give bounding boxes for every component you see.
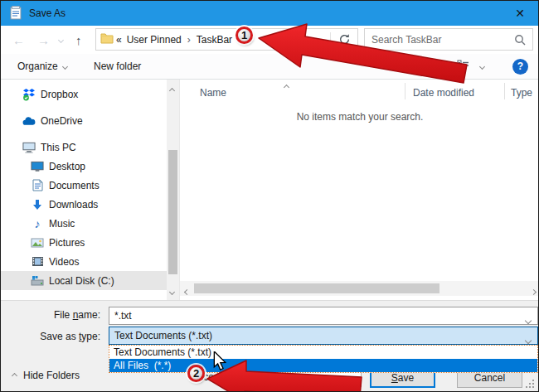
breadcrumb-item-user-pinned[interactable]: User Pinned bbox=[124, 34, 184, 46]
this-pc-icon bbox=[22, 141, 36, 154]
column-header-name[interactable]: Name bbox=[200, 84, 226, 102]
search-icon bbox=[514, 34, 526, 48]
scroll-down-icon[interactable] bbox=[170, 285, 174, 297]
dropdown-option-text-documents[interactable]: Text Documents (*.txt) bbox=[109, 346, 537, 359]
sidebar-item-this-pc[interactable]: This PC bbox=[1, 138, 167, 157]
dropdown-option-all-files[interactable]: All Files (*.*) bbox=[109, 359, 537, 372]
new-folder-button[interactable]: New folder bbox=[94, 54, 141, 79]
sidebar-item-label: Dropbox bbox=[41, 89, 78, 100]
sidebar-item-label: This PC bbox=[41, 142, 76, 153]
hide-folders-chevron-icon bbox=[12, 372, 17, 378]
recent-locations-chevron-icon[interactable] bbox=[59, 26, 63, 54]
downloads-icon bbox=[31, 198, 44, 211]
forward-icon[interactable]: → bbox=[37, 26, 50, 54]
close-button[interactable]: ✕ bbox=[502, 1, 538, 26]
sidebar-item-videos[interactable]: Videos bbox=[1, 252, 167, 271]
local-disk-icon bbox=[31, 274, 44, 288]
sidebar-item-label: Downloads bbox=[49, 199, 98, 211]
sidebar-item-label: Videos bbox=[49, 256, 79, 268]
hide-folders-button[interactable]: Hide Folders bbox=[12, 370, 80, 381]
sidebar-item-desktop[interactable]: Desktop bbox=[1, 157, 167, 176]
dropbox-icon bbox=[22, 88, 36, 101]
sidebar-item-local-disk-c[interactable]: Local Disk (C:) bbox=[1, 271, 167, 290]
onedrive-icon bbox=[22, 114, 36, 128]
save-as-type-label: Save as type: bbox=[1, 331, 100, 342]
up-icon[interactable]: ↑ bbox=[75, 26, 82, 54]
navigation-bar: ← → ↑ « User Pinned › TaskBar Search Tas… bbox=[1, 26, 538, 54]
sidebar-item-documents[interactable]: Documents bbox=[1, 176, 167, 195]
address-dropdown-chevron-icon[interactable] bbox=[318, 37, 323, 49]
encoding-chevron-icon bbox=[349, 375, 354, 387]
sidebar-item-dropbox[interactable]: Dropbox bbox=[1, 85, 167, 104]
navigation-pane: Dropbox OneDrive This PC Desktop bbox=[1, 80, 167, 300]
sidebar-item-label: Music bbox=[49, 218, 75, 230]
sidebar-scrollbar-thumb[interactable] bbox=[168, 150, 177, 274]
content-area: Dropbox OneDrive This PC Desktop bbox=[1, 80, 538, 300]
notepad-icon bbox=[9, 5, 22, 22]
back-icon[interactable]: ← bbox=[12, 26, 25, 54]
scroll-up-icon[interactable] bbox=[170, 84, 174, 95]
sidebar-item-label: Local Disk (C:) bbox=[49, 275, 114, 287]
save-as-type-combobox[interactable]: Text Documents (*.txt) bbox=[109, 327, 538, 345]
column-header-date-modified[interactable]: Date modified bbox=[413, 84, 474, 102]
save-as-dialog: Save As ✕ ← → ↑ « User Pinned › TaskBar … bbox=[0, 0, 539, 392]
breadcrumb-overflow[interactable]: « bbox=[114, 34, 124, 46]
address-bar[interactable]: « User Pinned › TaskBar bbox=[95, 28, 358, 51]
sidebar-item-downloads[interactable]: Downloads bbox=[1, 195, 167, 214]
breadcrumb-item-taskbar[interactable]: TaskBar bbox=[194, 34, 235, 46]
refresh-icon[interactable] bbox=[338, 33, 351, 48]
sidebar-scrollbar[interactable] bbox=[167, 80, 179, 300]
file-name-label: File name: bbox=[1, 309, 100, 321]
sidebar-item-label: OneDrive bbox=[41, 115, 83, 127]
desktop-icon bbox=[31, 160, 44, 173]
sidebar-item-pictures[interactable]: Pictures bbox=[1, 233, 167, 252]
music-icon: ♪ bbox=[31, 217, 44, 230]
save-as-type-dropdown-list: Text Documents (*.txt) All Files (*.*) bbox=[109, 345, 538, 373]
organize-chevron-icon bbox=[62, 63, 68, 69]
step2-badge: 2 bbox=[187, 365, 205, 382]
search-input[interactable]: Search TaskBar bbox=[364, 28, 533, 51]
documents-icon bbox=[31, 179, 44, 192]
scroll-right-icon[interactable] bbox=[532, 285, 536, 297]
sidebar-item-label: Pictures bbox=[49, 237, 85, 249]
command-toolbar: Organize New folder ? bbox=[1, 54, 538, 80]
sort-ascending-icon bbox=[284, 80, 289, 92]
column-header-type[interactable]: Type bbox=[511, 84, 532, 102]
sidebar-item-onedrive[interactable]: OneDrive bbox=[1, 111, 167, 130]
search-placeholder: Search TaskBar bbox=[371, 34, 442, 46]
sidebar-item-music[interactable]: ♪ Music bbox=[1, 214, 167, 233]
breadcrumb-separator: › bbox=[184, 34, 194, 46]
view-list-button[interactable] bbox=[457, 54, 470, 79]
file-list-pane: Name Date modified Type No items match y… bbox=[179, 80, 539, 300]
list-view-icon bbox=[457, 60, 470, 74]
step1-badge: 1 bbox=[236, 27, 253, 44]
sidebar-item-label: Documents bbox=[49, 180, 100, 191]
pictures-icon bbox=[31, 236, 44, 249]
help-button[interactable]: ? bbox=[512, 54, 528, 79]
empty-folder-message: No items match your search. bbox=[180, 111, 539, 123]
organize-button[interactable]: Organize bbox=[17, 54, 67, 79]
view-options-chevron-icon[interactable] bbox=[480, 54, 484, 79]
window-title: Save As bbox=[29, 7, 66, 19]
file-name-dropdown-chevron-icon[interactable] bbox=[526, 314, 531, 326]
videos-icon bbox=[31, 255, 44, 269]
file-name-input[interactable]: *.txt bbox=[109, 307, 538, 325]
save-as-type-chevron-icon[interactable] bbox=[526, 334, 531, 346]
folder-icon bbox=[100, 32, 114, 46]
scroll-left-icon[interactable] bbox=[185, 285, 189, 297]
sidebar-item-label: Desktop bbox=[49, 161, 85, 172]
help-icon: ? bbox=[512, 59, 528, 75]
title-bar: Save As ✕ bbox=[1, 1, 538, 26]
horizontal-scrollbar-thumb[interactable] bbox=[194, 283, 439, 293]
file-list-horizontal-scrollbar[interactable] bbox=[180, 281, 539, 296]
resize-grip[interactable] bbox=[526, 380, 535, 389]
